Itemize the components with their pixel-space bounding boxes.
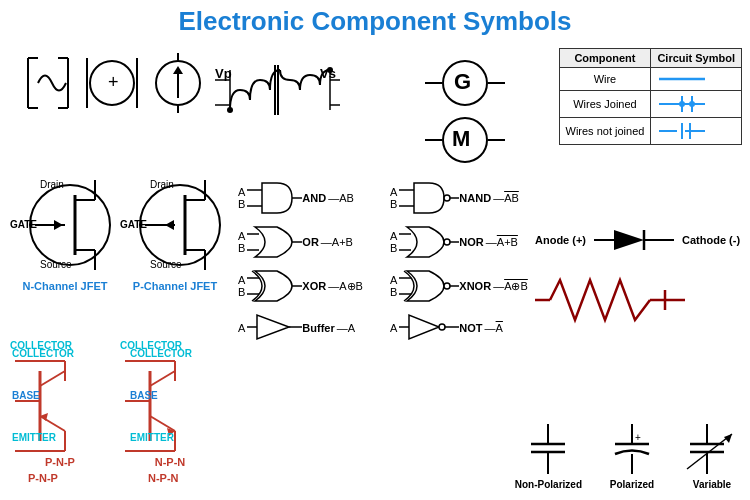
svg-text:+: + [635, 432, 641, 443]
svg-text:Drain: Drain [150, 179, 174, 190]
buffer-input-a: A [238, 322, 245, 334]
buffer-output: —A [337, 322, 355, 334]
not-label: NOT [459, 322, 482, 334]
svg-point-87 [444, 239, 450, 245]
battery-symbol: + [82, 48, 142, 118]
or-output: —A+B [321, 236, 353, 248]
svg-marker-68 [165, 220, 174, 230]
nor-gate-row: AB NOR —A+B [390, 222, 528, 262]
svg-text:+: + [108, 72, 119, 92]
diode-row: Anode (+) Cathode (-) [535, 225, 740, 255]
svg-marker-57 [54, 220, 63, 230]
capacitors-section: Non-Polarized + Polarized [515, 419, 742, 490]
nand-input: AB [390, 186, 397, 210]
svg-text:Drain: Drain [40, 179, 64, 190]
nand-output: —AB [493, 192, 519, 204]
svg-line-108 [40, 371, 65, 386]
n-channel-jfet: GATE Drain Source N-Channel JFET [10, 170, 120, 292]
table-notjoined-symbol [651, 118, 742, 145]
not-output: —A [485, 322, 503, 334]
xor-gate-row: AB XOR —A⊕B [238, 266, 363, 306]
anode-label: Anode (+) [535, 234, 586, 246]
resistor-symbol [535, 275, 735, 325]
svg-text:Vp: Vp [215, 66, 232, 81]
cathode-label: Cathode (-) [682, 234, 740, 246]
xnor-output: —A⊕B [493, 280, 528, 293]
ac-source-symbol [18, 48, 78, 118]
svg-text:Source: Source [40, 259, 72, 270]
npn-type: N-P-N [148, 472, 179, 484]
svg-marker-94 [409, 315, 439, 339]
table-notjoined-label: Wires not joined [559, 118, 651, 145]
table-joined-symbol [651, 91, 742, 118]
variable-label: Variable [693, 479, 731, 490]
pnp-transistor: COLLECTOR BASE EMITTER P-N-P [10, 340, 110, 468]
nand-label: NAND [459, 192, 491, 204]
p-channel-jfet: GATE Drain Source P-Channel JFET [120, 170, 230, 292]
svg-marker-98 [614, 230, 644, 250]
pnp-type: P-N-P [28, 472, 58, 484]
or-label: OR [302, 236, 319, 248]
buffer-label: Buffer [302, 322, 334, 334]
p-jfet-label: P-Channel JFET [120, 280, 230, 292]
npn-transistor: COLLECTOR BASE EMITTER N-P-N [120, 340, 220, 468]
xor-output: —A⊕B [328, 280, 363, 293]
svg-text:G: G [454, 69, 471, 94]
npn-type-label: N-P-N [120, 456, 220, 468]
logic-gates-left: AB AND —AB AB OR —A+B AB [238, 178, 363, 345]
or-input-a: AB [238, 230, 245, 254]
npn-base-label2: BASE [130, 390, 158, 401]
main-container: Electronic Component Symbols + [0, 0, 750, 500]
current-source-symbol [148, 48, 208, 118]
and-gate-row: AB AND —AB [238, 178, 363, 218]
non-polarized-label: Non-Polarized [515, 479, 582, 490]
svg-point-95 [439, 324, 445, 330]
svg-point-28 [327, 67, 333, 73]
xor-input-a: AB [238, 274, 245, 298]
svg-text:M: M [452, 126, 470, 151]
svg-point-27 [227, 107, 233, 113]
npn-collector-label: COLLECTOR [130, 348, 192, 359]
and-output: —AB [328, 192, 354, 204]
n-jfet-label: N-Channel JFET [10, 280, 120, 292]
not-gate-row: A NOT —A [390, 310, 528, 345]
variable-cap: Variable [682, 419, 742, 490]
and-label: AND [302, 192, 326, 204]
pnp-type-label: P-N-P [10, 456, 110, 468]
pnp-emitter-label2: EMITTER [12, 432, 56, 443]
polarized-cap: + Polarized [607, 419, 657, 490]
or-gate-row: AB OR —A+B [238, 222, 363, 262]
motor-symbol: M [420, 105, 510, 175]
transformer-symbol: Vp Vs [210, 40, 340, 130]
svg-point-40 [679, 101, 685, 107]
svg-text:Source: Source [150, 259, 182, 270]
nand-gate-row: AB NAND —AB [390, 178, 528, 218]
polarized-label: Polarized [610, 479, 654, 490]
svg-text:GATE: GATE [10, 219, 37, 230]
nor-input: AB [390, 230, 397, 254]
xnor-label: XNOR [459, 280, 491, 292]
table-wire-label: Wire [559, 68, 651, 91]
non-polarized-cap: Non-Polarized [515, 419, 582, 490]
xnor-input: AB [390, 274, 397, 298]
xnor-gate-row: AB XNOR —A⊕B [390, 266, 528, 306]
not-input: A [390, 322, 397, 334]
npn-emitter-label2: EMITTER [130, 432, 174, 443]
pnp-collector-label: COLLECTOR [12, 348, 74, 359]
table-header-component: Component [559, 49, 651, 68]
pnp-base-label2: BASE [12, 390, 40, 401]
svg-marker-15 [173, 66, 183, 74]
diode-section: Anode (+) Cathode (-) [535, 225, 740, 255]
svg-point-83 [444, 195, 450, 201]
svg-point-91 [444, 283, 450, 289]
buffer-gate-row: A Buffer —A [238, 310, 363, 345]
svg-point-42 [689, 101, 695, 107]
and-input-a: AB [238, 186, 245, 210]
table-wire-symbol [651, 68, 742, 91]
svg-line-118 [150, 416, 175, 431]
logic-gates-right: AB NAND —AB AB NOR —A+B [390, 178, 528, 345]
table-joined-label: Wires Joined [559, 91, 651, 118]
svg-marker-79 [257, 315, 289, 339]
table-header-symbol: Circuit Symbol [651, 49, 742, 68]
nor-output: —A+B [486, 236, 518, 248]
